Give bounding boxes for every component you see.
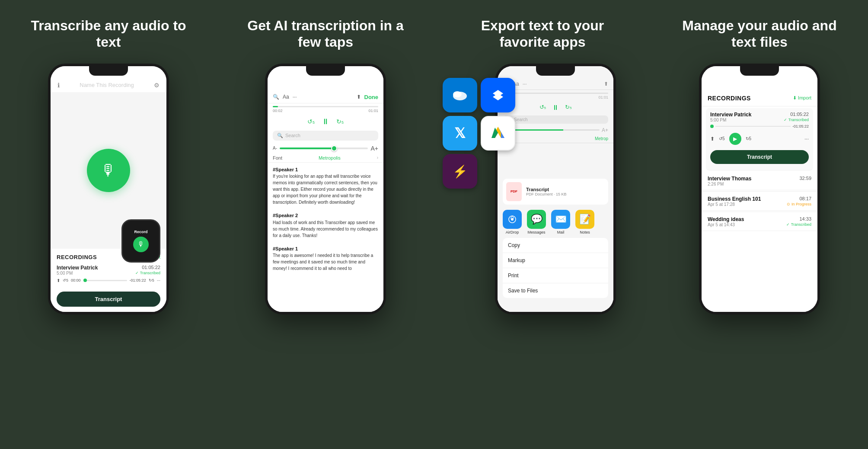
watch-record-button[interactable]: 🎙 [133, 237, 149, 252]
watch-label: Record [134, 230, 147, 234]
rec-list-title: RECORDINGS [708, 95, 751, 102]
audio-player-bar-0: -01:05:22 [710, 122, 809, 130]
search-icon-editor[interactable]: 🔍 [273, 94, 279, 100]
more-icon-editor[interactable]: ··· [293, 94, 297, 100]
print-action[interactable]: Print [503, 268, 608, 283]
back5-ctrl[interactable]: ↺5 [307, 118, 315, 125]
search-placeholder: Search [285, 133, 300, 138]
phone-mockup-1: ℹ Name This Recording ⚙ 🎙 RECORDINGS ⬇ I… [48, 64, 169, 314]
watch-mockup: Record 🎙 [121, 219, 160, 263]
time-start: 00:02 [273, 109, 283, 113]
panel-manage: Manage your audio and text files RECORDI… [651, 0, 868, 449]
rec-time-p4-0: 5:00 PM [710, 118, 726, 122]
record-button-large[interactable]: 🎙 [87, 149, 130, 192]
more-icon-4[interactable]: ··· [804, 136, 809, 142]
time-labels: 00:02 01:01 [273, 109, 378, 113]
fwd5-ctrl[interactable]: ↻5 [336, 118, 344, 125]
svg-point-8 [511, 218, 514, 221]
recordings-list-full: RECORDINGS ⬇ Import Interview Patrick 01… [702, 78, 817, 312]
back5-4[interactable]: ↺5 [719, 136, 725, 141]
recording-title-text: Name This Recording [80, 82, 134, 88]
rec-time-p4-3: Apr 5 at 14:43 [708, 222, 735, 227]
gear-icon[interactable]: ⚙ [154, 82, 160, 89]
rec-item-3[interactable]: Wedding ideas 14:33 Apr 5 at 14:43 ✓ Tra… [702, 213, 817, 231]
current-time-0: 00:00 [71, 278, 81, 282]
fwd5-icon-0[interactable]: ↻5 [149, 278, 154, 282]
transcript-button-1[interactable]: Transcript [57, 292, 160, 307]
back5-icon-0[interactable]: ↺5 [63, 278, 68, 282]
time-end-3: 01:01 [598, 95, 608, 99]
audio-progress-track[interactable] [273, 106, 378, 107]
save-files-action[interactable]: Save to Files [503, 283, 608, 298]
more-icon-0[interactable]: ··· [157, 278, 160, 283]
rec-dur-p4-0: 01:05:22 [790, 112, 809, 118]
recording-item-0[interactable]: Interview Patrick 01:05:22 5:00 PM ✓ Tra… [57, 265, 160, 285]
fwd5-4[interactable]: ↻5 [746, 136, 752, 141]
info-icon: ℹ [57, 82, 60, 89]
search-icon-bar: 🔍 [277, 133, 283, 138]
search-bar-editor[interactable]: 🔍 Search [273, 131, 378, 141]
font-icon-editor[interactable]: Aa [283, 94, 289, 100]
font-row: Font Metropolis › [268, 154, 383, 163]
rec-item-2[interactable]: Business English 101 08:17 Apr 5 at 17:2… [702, 192, 817, 211]
rec-dur-0: 01:05:22 [142, 265, 160, 271]
progress-bar-0[interactable] [83, 280, 127, 281]
font-name-value[interactable]: Metropolis [319, 155, 341, 160]
phone-notch-3 [536, 66, 575, 76]
transcript-btn-4[interactable]: Transcript [710, 150, 809, 164]
dropbox-icon[interactable] [481, 78, 515, 112]
rec-item-0[interactable]: Interview Patrick 01:05:22 5:00 PM ✓ Tra… [706, 108, 813, 170]
rec-name-p4-1: Interview Thomas [708, 176, 751, 182]
slack-icon[interactable]: ⚡ [443, 154, 477, 189]
panel-4-title: Manage your audio and text files [677, 17, 842, 51]
pause-ctrl[interactable]: ⏸ [322, 117, 329, 126]
svg-point-1 [453, 91, 462, 97]
phone-mockup-4: RECORDINGS ⬇ Import Interview Patrick 01… [699, 64, 820, 314]
end-time-0: -01:05:22 [130, 278, 146, 282]
play-green-4[interactable]: ▶ [729, 133, 741, 145]
progress-fill [273, 106, 278, 107]
airdrop-icon-circle [503, 210, 522, 229]
panel-1-title: Transcribe any audio to text [26, 17, 191, 51]
mail-app-item[interactable]: ✉️ Mail [551, 210, 570, 234]
rec-time-p4-1: 2:26 PM [708, 182, 724, 186]
notes-app-item[interactable]: 📝 Notes [575, 210, 594, 234]
file-size: PDF Document · 15 KB [526, 192, 567, 196]
gdrive-icon[interactable] [481, 116, 515, 151]
speaker1-label: #Speaker 1 [273, 166, 378, 173]
mail-icon-circle: ✉️ [551, 210, 570, 229]
export-icon[interactable]: ⬆ [357, 94, 361, 100]
chevron-right-icon: › [377, 155, 378, 160]
copy-action[interactable]: Copy [503, 238, 608, 253]
rec-name-0: Interview Patrick [57, 265, 98, 271]
time-end: 01:01 [368, 109, 378, 113]
done-button[interactable]: Done [364, 94, 379, 100]
speaker2-text: Had loads of work and this Transcriber a… [273, 219, 378, 239]
onedrive-icon[interactable] [443, 78, 477, 112]
rec-time-p4-2: Apr 5 at 17:28 [708, 202, 735, 207]
share-apps-row: AirDrop 💬 Messages ✉️ Mail [503, 208, 608, 238]
panel-ai-transcription: Get AI transcription in a few taps 🔍 Aa … [217, 0, 434, 449]
mini-progress-0[interactable] [715, 126, 791, 127]
font-slider[interactable] [280, 148, 368, 149]
search-placeholder-3: Search [514, 117, 528, 122]
svg-marker-3 [493, 93, 503, 100]
share-icon-0[interactable]: ⬆ [57, 278, 60, 283]
editor-toolbar: 🔍 Aa ··· ⬆ Done [268, 91, 383, 103]
messages-app-item[interactable]: 💬 Messages [527, 210, 546, 234]
speaker2-label: #Speaker 2 [273, 212, 378, 219]
rec-name-p4-3: Wedding ideas [708, 216, 744, 222]
file-name: Transcript [526, 187, 567, 192]
messages-label: Messages [527, 230, 545, 234]
recording-header: ℹ Name This Recording ⚙ [51, 78, 166, 92]
rec-time-0: 5:00 PM [57, 271, 73, 276]
transcript-text-area: #Speaker 1 If you're looking for an app … [268, 163, 383, 276]
green-dot-0 [710, 125, 714, 128]
rec-import-btn[interactable]: ⬇ Import [793, 95, 811, 101]
rec-item-1[interactable]: Interview Thomas 32:59 2:26 PM [702, 172, 817, 190]
twitter-icon[interactable]: 𝕏 [443, 116, 477, 151]
share-icon-4[interactable]: ⬆ [710, 136, 715, 142]
markup-action[interactable]: Markup [503, 253, 608, 268]
airdrop-app-item[interactable]: AirDrop [503, 210, 522, 234]
rec-dur-p4-3: 14:33 [799, 216, 811, 222]
